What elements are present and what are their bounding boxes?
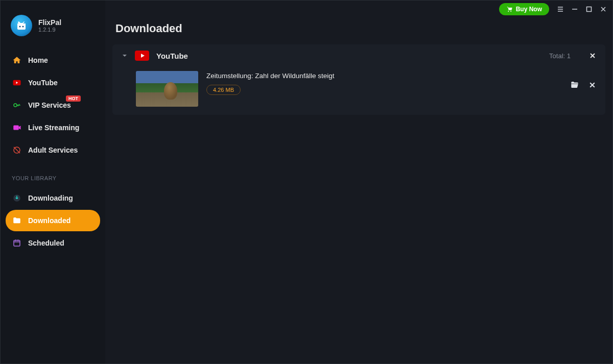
sidebar-item-vip-services[interactable]: VIP Services HOT: [6, 94, 100, 116]
page-title: Downloaded: [105, 15, 612, 44]
close-icon[interactable]: [599, 6, 607, 13]
group-close-icon[interactable]: [589, 52, 596, 59]
youtube-icon: [12, 78, 22, 88]
sidebar-item-live-streaming[interactable]: Live Streaming: [6, 117, 100, 138]
buy-now-button[interactable]: Buy Now: [499, 3, 549, 15]
open-folder-icon[interactable]: [570, 80, 579, 89]
group-total: Total: 1: [549, 52, 571, 60]
cart-icon: [506, 6, 513, 13]
item-title: Zeitumstellung: Zahl der Wildunfälle ste…: [206, 72, 562, 80]
maximize-icon[interactable]: [585, 6, 593, 13]
app-version: 1.2.1.9: [38, 27, 61, 33]
sidebar-item-home[interactable]: Home: [6, 50, 100, 71]
svg-rect-8: [587, 7, 592, 12]
svg-rect-7: [14, 240, 20, 246]
svg-rect-4: [13, 126, 19, 130]
home-icon: [12, 55, 22, 65]
sidebar-item-label: Live Streaming: [28, 124, 79, 132]
download-group: YouTube Total: 1 Zeitumstellung: Zahl de…: [112, 44, 605, 115]
library-section-label: YOUR LIBRARY: [1, 163, 105, 185]
key-icon: [12, 100, 22, 110]
download-icon: [12, 193, 22, 203]
sidebar-item-label: Home: [28, 56, 48, 64]
sidebar-item-label: Scheduled: [28, 239, 64, 247]
sidebar-item-label: Downloaded: [28, 216, 70, 225]
app-logo-icon: [11, 15, 32, 36]
buy-now-label: Buy Now: [516, 6, 542, 13]
sidebar-item-youtube[interactable]: YouTube: [6, 72, 100, 93]
hot-badge: HOT: [66, 95, 81, 102]
youtube-icon: [135, 51, 149, 61]
video-thumbnail: [136, 71, 198, 107]
sidebar-item-downloaded[interactable]: Downloaded: [6, 210, 100, 231]
sidebar-item-scheduled[interactable]: Scheduled: [6, 232, 100, 254]
sidebar-item-label: Downloading: [28, 194, 73, 202]
sidebar-item-downloading[interactable]: Downloading: [6, 187, 100, 209]
app-brand: FlixPal 1.2.1.9: [1, 11, 105, 47]
menu-icon[interactable]: [556, 6, 564, 13]
group-name: YouTube: [156, 52, 542, 60]
svg-point-3: [14, 104, 17, 107]
download-item: Zeitumstellung: Zahl der Wildunfälle ste…: [112, 67, 605, 115]
adult-icon: [12, 145, 22, 155]
delete-item-icon[interactable]: [588, 81, 596, 89]
app-name: FlixPal: [38, 18, 61, 27]
svg-point-0: [19, 26, 21, 28]
sidebar-item-label: YouTube: [28, 79, 58, 87]
sidebar-item-label: VIP Services: [28, 101, 71, 109]
live-icon: [12, 123, 22, 133]
chevron-down-icon[interactable]: [122, 53, 128, 59]
item-size: 4.26 MB: [206, 85, 241, 95]
schedule-icon: [12, 238, 22, 248]
sidebar-item-adult-services[interactable]: Adult Services: [6, 139, 100, 161]
folder-icon: [12, 215, 22, 226]
sidebar-item-label: Adult Services: [28, 146, 78, 154]
svg-point-1: [22, 26, 24, 28]
minimize-icon[interactable]: [571, 6, 579, 13]
